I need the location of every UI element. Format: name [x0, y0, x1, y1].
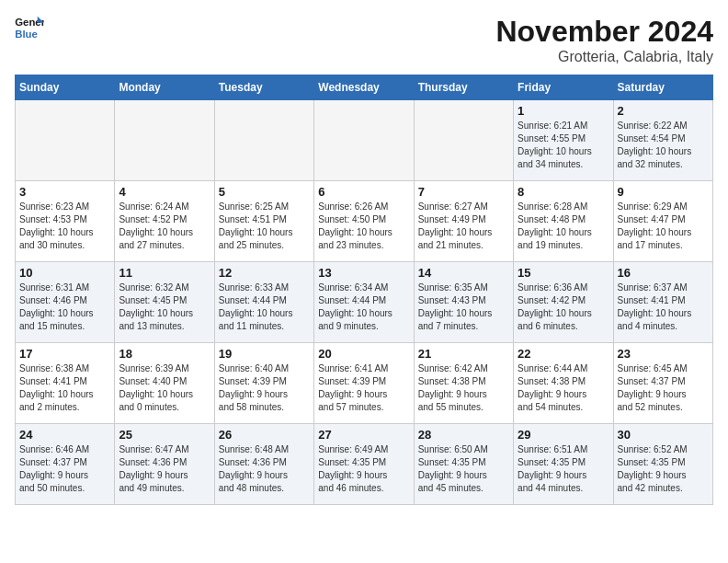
calendar-cell: 2Sunrise: 6:22 AM Sunset: 4:54 PM Daylig…	[613, 100, 712, 181]
calendar-cell: 25Sunrise: 6:47 AM Sunset: 4:36 PM Dayli…	[115, 424, 214, 505]
calendar-cell: 24Sunrise: 6:46 AM Sunset: 4:37 PM Dayli…	[16, 424, 115, 505]
day-info: Sunrise: 6:25 AM Sunset: 4:51 PM Dayligh…	[219, 201, 310, 252]
calendar-week-row: 24Sunrise: 6:46 AM Sunset: 4:37 PM Dayli…	[16, 424, 713, 505]
day-number: 5	[219, 185, 310, 199]
day-info: Sunrise: 6:40 AM Sunset: 4:39 PM Dayligh…	[219, 362, 310, 414]
calendar-week-row: 1Sunrise: 6:21 AM Sunset: 4:55 PM Daylig…	[16, 100, 713, 181]
day-info: Sunrise: 6:49 AM Sunset: 4:35 PM Dayligh…	[318, 443, 409, 495]
month-title: November 2024	[495, 15, 713, 49]
calendar-cell: 6Sunrise: 6:26 AM Sunset: 4:50 PM Daylig…	[314, 181, 414, 262]
calendar-cell: 10Sunrise: 6:31 AM Sunset: 4:46 PM Dayli…	[16, 262, 115, 343]
calendar-cell	[16, 100, 115, 181]
day-info: Sunrise: 6:23 AM Sunset: 4:53 PM Dayligh…	[19, 201, 110, 252]
day-number: 27	[318, 428, 409, 442]
calendar-cell	[414, 100, 513, 181]
calendar-cell: 11Sunrise: 6:32 AM Sunset: 4:45 PM Dayli…	[115, 262, 214, 343]
weekday-header: Friday	[514, 75, 613, 100]
day-info: Sunrise: 6:33 AM Sunset: 4:44 PM Dayligh…	[219, 282, 310, 333]
day-info: Sunrise: 6:24 AM Sunset: 4:52 PM Dayligh…	[119, 201, 210, 252]
day-number: 20	[318, 347, 409, 361]
day-number: 7	[418, 185, 509, 199]
day-number: 30	[618, 428, 709, 442]
day-info: Sunrise: 6:44 AM Sunset: 4:38 PM Dayligh…	[518, 362, 609, 414]
logo: General Blue	[15, 15, 44, 40]
title-block: November 2024 Grotteria, Calabria, Italy	[495, 15, 713, 65]
calendar-cell: 30Sunrise: 6:52 AM Sunset: 4:35 PM Dayli…	[613, 424, 712, 505]
day-number: 18	[119, 347, 210, 361]
day-number: 28	[418, 428, 509, 442]
page-header: General Blue November 2024 Grotteria, Ca…	[15, 15, 713, 65]
day-info: Sunrise: 6:27 AM Sunset: 4:49 PM Dayligh…	[418, 201, 509, 252]
calendar-cell: 20Sunrise: 6:41 AM Sunset: 4:39 PM Dayli…	[314, 343, 414, 424]
calendar-cell: 29Sunrise: 6:51 AM Sunset: 4:35 PM Dayli…	[514, 424, 613, 505]
calendar-cell: 3Sunrise: 6:23 AM Sunset: 4:53 PM Daylig…	[16, 181, 115, 262]
calendar-cell: 17Sunrise: 6:38 AM Sunset: 4:41 PM Dayli…	[16, 343, 115, 424]
calendar-cell: 1Sunrise: 6:21 AM Sunset: 4:55 PM Daylig…	[514, 100, 613, 181]
day-info: Sunrise: 6:28 AM Sunset: 4:48 PM Dayligh…	[518, 201, 609, 252]
weekday-header: Thursday	[414, 75, 513, 100]
weekday-header: Saturday	[613, 75, 712, 100]
day-number: 22	[518, 347, 609, 361]
calendar-week-row: 17Sunrise: 6:38 AM Sunset: 4:41 PM Dayli…	[16, 343, 713, 424]
day-number: 21	[418, 347, 509, 361]
day-info: Sunrise: 6:42 AM Sunset: 4:38 PM Dayligh…	[418, 362, 509, 414]
day-number: 26	[219, 428, 310, 442]
day-number: 16	[618, 266, 709, 280]
day-info: Sunrise: 6:48 AM Sunset: 4:36 PM Dayligh…	[219, 443, 310, 495]
calendar-cell: 9Sunrise: 6:29 AM Sunset: 4:47 PM Daylig…	[613, 181, 712, 262]
calendar-cell: 4Sunrise: 6:24 AM Sunset: 4:52 PM Daylig…	[115, 181, 214, 262]
day-info: Sunrise: 6:26 AM Sunset: 4:50 PM Dayligh…	[318, 201, 409, 252]
calendar-cell: 28Sunrise: 6:50 AM Sunset: 4:35 PM Dayli…	[414, 424, 513, 505]
calendar-cell: 26Sunrise: 6:48 AM Sunset: 4:36 PM Dayli…	[214, 424, 313, 505]
calendar-cell: 5Sunrise: 6:25 AM Sunset: 4:51 PM Daylig…	[214, 181, 313, 262]
day-info: Sunrise: 6:47 AM Sunset: 4:36 PM Dayligh…	[119, 443, 210, 495]
day-number: 1	[518, 104, 609, 118]
day-info: Sunrise: 6:52 AM Sunset: 4:35 PM Dayligh…	[618, 443, 709, 495]
day-number: 17	[19, 347, 110, 361]
day-number: 29	[518, 428, 609, 442]
calendar-table: SundayMondayTuesdayWednesdayThursdayFrid…	[15, 75, 713, 505]
weekday-header-row: SundayMondayTuesdayWednesdayThursdayFrid…	[16, 75, 713, 100]
day-number: 9	[618, 185, 709, 199]
weekday-header: Tuesday	[214, 75, 313, 100]
day-info: Sunrise: 6:51 AM Sunset: 4:35 PM Dayligh…	[518, 443, 609, 495]
day-number: 8	[518, 185, 609, 199]
day-info: Sunrise: 6:34 AM Sunset: 4:44 PM Dayligh…	[318, 282, 409, 333]
day-info: Sunrise: 6:35 AM Sunset: 4:43 PM Dayligh…	[418, 282, 509, 333]
calendar-cell: 18Sunrise: 6:39 AM Sunset: 4:40 PM Dayli…	[115, 343, 214, 424]
calendar-cell: 16Sunrise: 6:37 AM Sunset: 4:41 PM Dayli…	[613, 262, 712, 343]
calendar-cell: 15Sunrise: 6:36 AM Sunset: 4:42 PM Dayli…	[514, 262, 613, 343]
day-info: Sunrise: 6:29 AM Sunset: 4:47 PM Dayligh…	[618, 201, 709, 252]
calendar-cell	[314, 100, 414, 181]
day-number: 6	[318, 185, 409, 199]
day-number: 25	[119, 428, 210, 442]
day-info: Sunrise: 6:38 AM Sunset: 4:41 PM Dayligh…	[19, 362, 110, 414]
day-number: 2	[618, 104, 709, 118]
day-info: Sunrise: 6:32 AM Sunset: 4:45 PM Dayligh…	[119, 282, 210, 333]
day-info: Sunrise: 6:41 AM Sunset: 4:39 PM Dayligh…	[318, 362, 409, 414]
day-number: 12	[219, 266, 310, 280]
day-number: 3	[19, 185, 110, 199]
day-info: Sunrise: 6:22 AM Sunset: 4:54 PM Dayligh…	[618, 120, 709, 171]
calendar-cell: 7Sunrise: 6:27 AM Sunset: 4:49 PM Daylig…	[414, 181, 513, 262]
day-number: 10	[19, 266, 110, 280]
calendar-week-row: 3Sunrise: 6:23 AM Sunset: 4:53 PM Daylig…	[16, 181, 713, 262]
calendar-cell: 8Sunrise: 6:28 AM Sunset: 4:48 PM Daylig…	[514, 181, 613, 262]
day-number: 15	[518, 266, 609, 280]
weekday-header: Sunday	[16, 75, 115, 100]
calendar-cell: 27Sunrise: 6:49 AM Sunset: 4:35 PM Dayli…	[314, 424, 414, 505]
svg-text:Blue: Blue	[15, 29, 38, 40]
day-number: 24	[19, 428, 110, 442]
day-info: Sunrise: 6:31 AM Sunset: 4:46 PM Dayligh…	[19, 282, 110, 333]
day-number: 4	[119, 185, 210, 199]
calendar-cell: 19Sunrise: 6:40 AM Sunset: 4:39 PM Dayli…	[214, 343, 313, 424]
logo-icon: General Blue	[15, 15, 44, 40]
day-number: 19	[219, 347, 310, 361]
day-info: Sunrise: 6:36 AM Sunset: 4:42 PM Dayligh…	[518, 282, 609, 333]
day-info: Sunrise: 6:21 AM Sunset: 4:55 PM Dayligh…	[518, 120, 609, 171]
calendar-cell: 23Sunrise: 6:45 AM Sunset: 4:37 PM Dayli…	[613, 343, 712, 424]
calendar-cell	[115, 100, 214, 181]
calendar-cell: 12Sunrise: 6:33 AM Sunset: 4:44 PM Dayli…	[214, 262, 313, 343]
day-number: 14	[418, 266, 509, 280]
day-info: Sunrise: 6:37 AM Sunset: 4:41 PM Dayligh…	[618, 282, 709, 333]
